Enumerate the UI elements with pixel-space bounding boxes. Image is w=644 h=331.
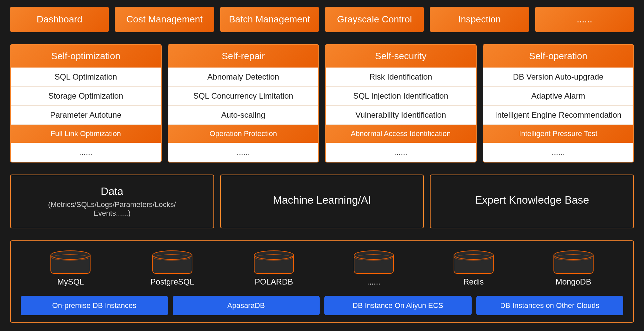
db-item-3: ......	[354, 250, 394, 287]
col-card-header-3: Self-operation	[483, 45, 634, 68]
col-card-row-3-0: DB Version Auto-upgrade	[483, 68, 634, 87]
col-card-row-0-4: ......	[11, 143, 161, 162]
col-card-row-1-4: ......	[168, 143, 319, 162]
col-card-body-3: DB Version Auto-upgradeAdaptive AlarmInt…	[483, 68, 634, 162]
col-card-body-1: Abnomaly DetectionSQL Concurrency Limita…	[168, 68, 319, 162]
col-card-row-2-2: Vulnerability Identification	[326, 106, 476, 125]
four-columns: Self-optimizationSQL OptimizationStorage…	[10, 44, 634, 162]
db-cylinder-2	[254, 250, 294, 274]
col-card-row-0-3: Full Link Optimization	[11, 125, 161, 143]
db-item-1: PostgreSQL	[150, 250, 194, 287]
db-icons-row: MySQLPostgreSQLPOLARDB......RedisMongoDB	[21, 250, 623, 287]
col-card-body-0: SQL OptimizationStorage OptimizationPara…	[11, 68, 161, 162]
db-bottom-btn-3[interactable]: DB Instances on Other Clouds	[476, 296, 624, 315]
info-card-1: Machine Learning/AI	[220, 175, 424, 228]
db-label-4: Redis	[463, 277, 484, 287]
info-card-0: Data(Metrics/SQLs/Logs/Parameters/Locks/…	[10, 175, 214, 228]
col-card-header-0: Self-optimization	[11, 45, 161, 68]
nav-btn-4[interactable]: Inspection	[430, 7, 529, 32]
db-cylinder-inner-5	[554, 254, 592, 260]
col-card-row-0-1: Storage Optimization	[11, 87, 161, 106]
nav-btn-1[interactable]: Cost Management	[115, 7, 214, 32]
db-section: MySQLPostgreSQLPOLARDB......RedisMongoDB…	[10, 240, 634, 323]
col-card-row-2-3: Abnormal Access Identification	[326, 125, 476, 143]
db-label-5: MongoDB	[555, 277, 591, 287]
col-card-row-0-0: SQL Optimization	[11, 68, 161, 87]
db-bottom-btn-1[interactable]: ApasaraDB	[173, 296, 320, 315]
db-cylinder-1	[152, 250, 192, 274]
col-card-row-1-1: SQL Concurrency Limitation	[168, 87, 319, 106]
db-label-2: POLARDB	[255, 277, 293, 287]
col-card-0: Self-optimizationSQL OptimizationStorage…	[10, 44, 162, 162]
info-card-2: Expert Knowledge Base	[430, 175, 634, 228]
top-nav: DashboardCost ManagementBatch Management…	[10, 7, 634, 32]
db-label-1: PostgreSQL	[150, 277, 194, 287]
db-item-4: Redis	[454, 250, 494, 287]
info-card-title-0: Data	[101, 185, 124, 198]
nav-btn-3[interactable]: Grayscale Control	[325, 7, 424, 32]
db-cylinder-0	[50, 250, 91, 274]
col-card-row-1-3: Operation Protection	[168, 125, 319, 143]
nav-btn-0[interactable]: Dashboard	[10, 7, 109, 32]
db-bottom-row: On-premise DB InstancesApasaraDBDB Insta…	[21, 296, 623, 315]
col-card-row-2-0: Risk Identification	[326, 68, 476, 87]
db-cylinder-3	[354, 250, 394, 274]
col-card-row-3-2: Intelligent Engine Recommendation	[483, 106, 634, 125]
db-label-3: ......	[367, 277, 380, 287]
info-card-subtitle-0: (Metrics/SQLs/Logs/Parameters/Locks/ Eve…	[48, 200, 176, 218]
db-item-2: POLARDB	[254, 250, 294, 287]
col-card-1: Self-repairAbnomaly DetectionSQL Concurr…	[168, 44, 319, 162]
db-cylinder-inner-4	[454, 254, 492, 260]
col-card-row-3-4: ......	[483, 143, 634, 162]
col-card-row-0-2: Parameter Autotune	[11, 106, 161, 125]
col-card-row-2-4: ......	[326, 143, 476, 162]
col-card-body-2: Risk IdentificationSQL Injection Identif…	[326, 68, 476, 162]
db-label-0: MySQL	[57, 277, 84, 287]
col-card-row-3-1: Adaptive Alarm	[483, 87, 634, 106]
db-cylinder-inner-2	[255, 254, 293, 260]
db-item-0: MySQL	[50, 250, 91, 287]
db-cylinder-4	[454, 250, 494, 274]
db-cylinder-inner-1	[153, 254, 191, 260]
col-card-2: Self-securityRisk IdentificationSQL Inje…	[325, 44, 477, 162]
db-cylinder-inner-0	[51, 254, 89, 260]
nav-btn-5[interactable]: ......	[535, 7, 634, 32]
col-card-3: Self-operationDB Version Auto-upgradeAda…	[483, 44, 634, 162]
db-cylinder-inner-3	[354, 254, 392, 260]
col-card-row-2-1: SQL Injection Identification	[326, 87, 476, 106]
db-bottom-btn-2[interactable]: DB Instance On Aliyun ECS	[324, 296, 472, 315]
col-card-header-2: Self-security	[326, 45, 476, 68]
col-card-header-1: Self-repair	[168, 45, 319, 68]
col-card-row-1-2: Auto-scaling	[168, 106, 319, 125]
col-card-row-3-3: Intelligent Pressure Test	[483, 125, 634, 143]
nav-btn-2[interactable]: Batch Management	[220, 7, 319, 32]
info-card-title-1: Machine Learning/AI	[273, 194, 371, 206]
db-item-5: MongoDB	[553, 250, 594, 287]
db-bottom-btn-0[interactable]: On-premise DB Instances	[21, 296, 168, 315]
db-cylinder-5	[553, 250, 594, 274]
col-card-row-1-0: Abnomaly Detection	[168, 68, 319, 87]
info-card-title-2: Expert Knowledge Base	[475, 194, 589, 206]
info-cards: Data(Metrics/SQLs/Logs/Parameters/Locks/…	[10, 175, 634, 228]
